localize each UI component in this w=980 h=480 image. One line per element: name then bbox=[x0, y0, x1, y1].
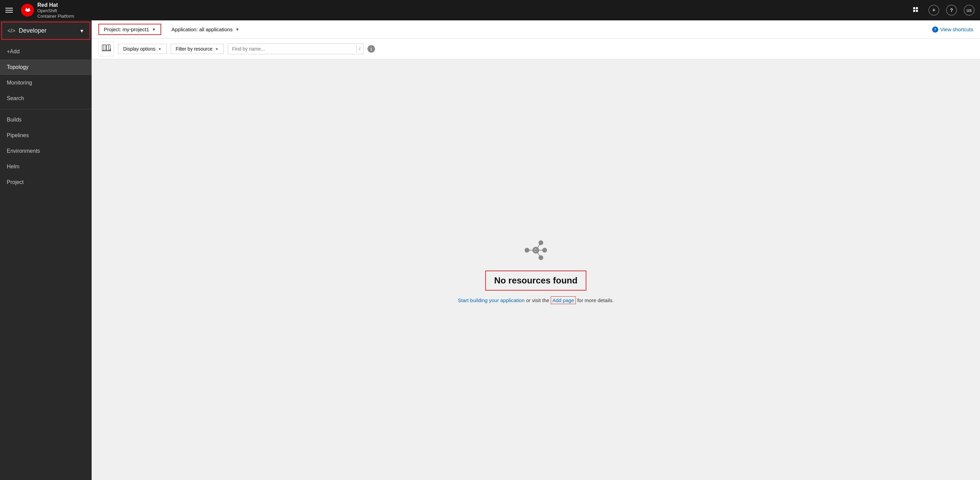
no-resources-heading: No resources found bbox=[485, 271, 586, 290]
project-selector[interactable]: Project: my-project1 ▼ bbox=[99, 24, 161, 35]
empty-description: Start building your application or visit… bbox=[458, 297, 614, 303]
desc-end-text: for more details. bbox=[577, 297, 614, 303]
topology-book-icon bbox=[102, 44, 111, 54]
user-initial: us bbox=[967, 8, 972, 13]
sidebar-item-search[interactable]: Search bbox=[0, 91, 92, 106]
hamburger-menu[interactable] bbox=[5, 8, 13, 13]
sidebar-divider bbox=[0, 109, 92, 109]
svg-rect-3 bbox=[913, 10, 915, 12]
sidebar-item-topology[interactable]: Topology bbox=[0, 59, 92, 75]
display-options-caret-icon: ▼ bbox=[158, 47, 162, 51]
app-caret-icon: ▼ bbox=[235, 27, 239, 32]
sidebar-item-pipelines[interactable]: Pipelines bbox=[0, 128, 92, 143]
sidebar-item-builds[interactable]: Builds bbox=[0, 112, 92, 128]
view-shortcuts-label: View shortcuts bbox=[940, 27, 973, 32]
display-options-button[interactable]: Display options ▼ bbox=[118, 44, 167, 54]
add-page-link[interactable]: Add page bbox=[551, 297, 576, 304]
top-navigation: Red Hat OpenShiftContainer Platform + ? … bbox=[0, 0, 980, 21]
help-icon[interactable]: ? bbox=[946, 5, 957, 16]
add-icon[interactable]: + bbox=[928, 5, 939, 16]
topology-empty-icon bbox=[522, 237, 549, 264]
view-shortcuts-icon: ? bbox=[932, 27, 938, 33]
developer-switcher[interactable]: </> Developer ▼ bbox=[2, 22, 90, 40]
brand-text: Red Hat OpenShiftContainer Platform bbox=[37, 2, 74, 19]
project-caret-icon: ▼ bbox=[152, 27, 156, 32]
developer-caret-icon: ▼ bbox=[80, 28, 84, 33]
empty-state: No resources found Start building your a… bbox=[458, 237, 614, 303]
filter-by-resource-label: Filter by resource bbox=[176, 46, 212, 52]
find-by-name-input-wrap: / bbox=[228, 43, 363, 54]
find-by-name-input[interactable] bbox=[228, 44, 356, 54]
find-shortcut-label: / bbox=[356, 45, 363, 53]
developer-icon: </> bbox=[8, 28, 15, 34]
brand: Red Hat OpenShiftContainer Platform bbox=[21, 2, 74, 19]
sub-header: Project: my-project1 ▼ Application: all … bbox=[92, 21, 980, 39]
redhat-logo-icon bbox=[21, 4, 34, 17]
display-options-label: Display options bbox=[123, 46, 156, 52]
nav-icons: + ? us bbox=[911, 5, 975, 16]
content-area: Project: my-project1 ▼ Application: all … bbox=[92, 21, 980, 480]
developer-label: Developer bbox=[19, 27, 80, 34]
sidebar-item-environments[interactable]: Environments bbox=[0, 143, 92, 159]
sidebar: </> Developer ▼ +Add Topology Monitoring… bbox=[0, 21, 92, 480]
sidebar-item-project[interactable]: Project bbox=[0, 174, 92, 190]
app-selector-label: Application: all applications bbox=[171, 27, 232, 32]
svg-rect-2 bbox=[916, 7, 918, 9]
topology-view-button[interactable] bbox=[99, 41, 114, 56]
info-icon[interactable]: i bbox=[368, 45, 375, 53]
sidebar-item-add[interactable]: +Add bbox=[0, 44, 92, 59]
filter-by-resource-button[interactable]: Filter by resource ▼ bbox=[171, 44, 224, 54]
project-selector-label: Project: my-project1 bbox=[104, 27, 149, 32]
main-content: No resources found Start building your a… bbox=[92, 59, 980, 480]
user-icon[interactable]: us bbox=[964, 5, 975, 16]
sidebar-nav: +Add Topology Monitoring Search Builds P… bbox=[0, 41, 92, 193]
desc-middle-text: or visit the bbox=[526, 297, 551, 303]
svg-rect-1 bbox=[913, 7, 915, 9]
toolbar: Display options ▼ Filter by resource ▼ /… bbox=[92, 39, 980, 59]
svg-rect-4 bbox=[916, 10, 918, 12]
sidebar-item-helm[interactable]: Helm bbox=[0, 159, 92, 174]
sidebar-item-monitoring[interactable]: Monitoring bbox=[0, 75, 92, 91]
grid-icon[interactable] bbox=[911, 5, 922, 16]
app-selector[interactable]: Application: all applications ▼ bbox=[167, 24, 244, 34]
view-shortcuts-button[interactable]: ? View shortcuts bbox=[932, 27, 973, 33]
main-layout: </> Developer ▼ +Add Topology Monitoring… bbox=[0, 21, 980, 480]
filter-caret-icon: ▼ bbox=[215, 47, 218, 51]
brand-name: Red Hat bbox=[37, 2, 74, 8]
start-building-link[interactable]: Start building your application bbox=[458, 297, 525, 303]
brand-product: OpenShiftContainer Platform bbox=[37, 8, 74, 19]
